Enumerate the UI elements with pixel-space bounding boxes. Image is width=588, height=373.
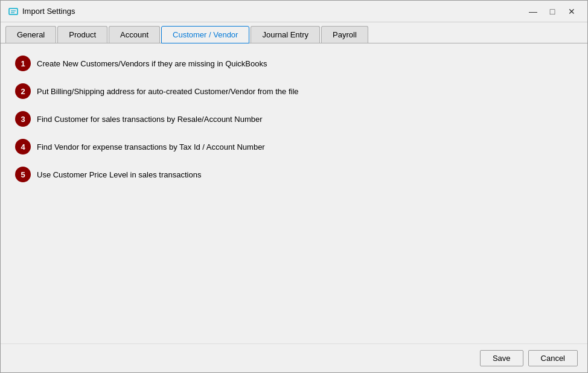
- tab-customer-vendor[interactable]: Customer / Vendor: [161, 26, 249, 43]
- badge-2: 2: [15, 83, 31, 99]
- footer: Save Cancel: [1, 343, 587, 372]
- setting-row-1: 1 Create New Customers/Vendors if they a…: [15, 56, 573, 71]
- setting-label-5: Use Customer Price Level in sales transa…: [37, 170, 201, 179]
- setting-label-3: Find Customer for sales transactions by …: [37, 115, 263, 124]
- setting-row-5: 5 Use Customer Price Level in sales tran…: [15, 167, 573, 182]
- window-controls: — □ ✕: [525, 5, 580, 18]
- tab-general[interactable]: General: [5, 26, 56, 43]
- title-bar-left: Import Settings: [8, 6, 75, 17]
- svg-rect-0: [9, 8, 18, 14]
- setting-label-1: Create New Customers/Vendors if they are…: [37, 59, 267, 68]
- setting-label-4: Find Vendor for expense transactions by …: [37, 142, 265, 151]
- tab-account[interactable]: Account: [109, 26, 160, 43]
- app-icon: [8, 6, 19, 17]
- badge-5: 5: [15, 167, 31, 182]
- close-button[interactable]: ✕: [563, 5, 580, 18]
- tab-bar: General Product Account Customer / Vendo…: [1, 22, 587, 43]
- tab-journal-entry[interactable]: Journal Entry: [251, 26, 320, 43]
- badge-1: 1: [15, 56, 31, 71]
- setting-row-3: 3 Find Customer for sales transactions b…: [15, 111, 573, 127]
- window-title: Import Settings: [22, 7, 75, 16]
- tab-payroll[interactable]: Payroll: [321, 26, 368, 43]
- badge-3: 3: [15, 111, 31, 127]
- setting-row-4: 4 Find Vendor for expense transactions b…: [15, 139, 573, 155]
- main-window: Import Settings — □ ✕ General Product Ac…: [0, 0, 588, 373]
- title-bar: Import Settings — □ ✕: [1, 1, 587, 22]
- maximize-button[interactable]: □: [544, 5, 561, 18]
- cancel-button[interactable]: Cancel: [528, 350, 578, 366]
- minimize-button[interactable]: —: [525, 5, 542, 18]
- save-button[interactable]: Save: [480, 350, 523, 366]
- setting-row-2: 2 Put Billing/Shipping address for auto-…: [15, 83, 573, 99]
- badge-4: 4: [15, 139, 31, 155]
- tab-content: 1 Create New Customers/Vendors if they a…: [1, 43, 587, 343]
- setting-label-2: Put Billing/Shipping address for auto-cr…: [37, 87, 299, 96]
- tab-product[interactable]: Product: [57, 26, 107, 43]
